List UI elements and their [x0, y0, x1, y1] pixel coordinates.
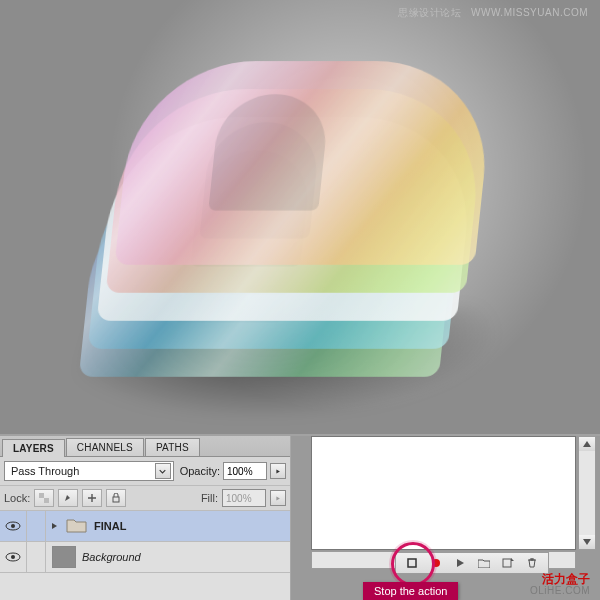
hero-art [79, 48, 514, 378]
hero-watermark: 思缘设计论坛 WWW.MISSYUAN.COM [398, 6, 588, 20]
folder-icon [478, 558, 490, 568]
hero-watermark-url: WWW.MISSYUAN.COM [471, 7, 588, 18]
blend-row: Pass Through Opacity: [0, 457, 290, 486]
new-action-button[interactable] [502, 557, 514, 569]
record-icon [431, 558, 441, 568]
opacity-input[interactable] [223, 462, 267, 480]
document-canvas[interactable] [311, 436, 576, 550]
stop-action-button[interactable] [406, 557, 418, 569]
svg-point-4 [11, 524, 15, 528]
blend-mode-select[interactable]: Pass Through [4, 461, 174, 481]
document-pane: Stop the action 活力盒子 OLiHE.COM [291, 436, 600, 600]
folder-icon [66, 516, 88, 536]
new-set-button[interactable] [478, 557, 490, 569]
play-icon [455, 558, 465, 568]
svg-point-6 [11, 555, 15, 559]
chevron-down-icon [155, 463, 171, 479]
fill-label: Fill: [201, 492, 218, 504]
svg-rect-2 [113, 497, 119, 502]
layers-panel: LAYERS CHANNELS PATHS Pass Through Opaci… [0, 436, 291, 600]
lock-all-button[interactable] [106, 489, 126, 507]
link-column [27, 542, 46, 572]
layer-group-final[interactable]: FINAL [0, 511, 290, 542]
panel-tabs: LAYERS CHANNELS PATHS [0, 436, 290, 457]
tab-paths[interactable]: PATHS [145, 438, 200, 456]
stop-icon [407, 558, 417, 568]
fill-flyout-icon [270, 490, 286, 506]
svg-rect-7 [408, 559, 416, 567]
lock-transparency-button[interactable] [34, 489, 54, 507]
layer-thumbnail [52, 546, 76, 568]
record-action-button[interactable] [430, 557, 442, 569]
delete-action-button[interactable] [526, 557, 538, 569]
layer-background[interactable]: Background [0, 542, 290, 573]
eye-icon [5, 552, 21, 562]
bottom-watermark-cn: 活力盒子 [542, 573, 590, 586]
svg-point-8 [432, 559, 440, 567]
visibility-toggle[interactable] [0, 511, 27, 541]
lower-split: LAYERS CHANNELS PATHS Pass Through Opaci… [0, 434, 600, 600]
callout-label: Stop the action [363, 582, 458, 600]
eye-icon [5, 521, 21, 531]
tab-channels[interactable]: CHANNELS [66, 438, 144, 456]
opacity-label: Opacity: [180, 465, 220, 477]
actions-toolbar [395, 552, 549, 574]
opacity-group: Opacity: [180, 462, 286, 480]
new-page-icon [502, 558, 514, 568]
bottom-watermark-en: OLiHE.COM [530, 586, 590, 597]
hero-watermark-cn: 思缘设计论坛 [398, 7, 461, 18]
svg-rect-1 [44, 498, 49, 503]
slab-layer-1 [115, 61, 496, 265]
play-action-button[interactable] [454, 557, 466, 569]
vertical-scrollbar[interactable] [578, 436, 596, 550]
layer-name: Background [82, 551, 141, 563]
blend-mode-value: Pass Through [11, 465, 79, 477]
hero-figure: 思缘设计论坛 WWW.MISSYUAN.COM [0, 0, 600, 434]
svg-rect-0 [39, 493, 44, 498]
scroll-up-icon[interactable] [579, 437, 595, 451]
scroll-down-icon[interactable] [579, 535, 595, 549]
tab-layers[interactable]: LAYERS [2, 439, 65, 457]
lock-label: Lock: [4, 492, 30, 504]
fill-input [222, 489, 266, 507]
visibility-toggle[interactable] [0, 542, 27, 572]
bottom-watermark: 活力盒子 OLiHE.COM [530, 573, 590, 596]
opacity-flyout-icon[interactable] [270, 463, 286, 479]
layer-name: FINAL [94, 520, 126, 532]
lock-row: Lock: Fill: [0, 486, 290, 511]
group-twisty[interactable] [50, 522, 60, 530]
svg-rect-9 [503, 559, 511, 567]
trash-icon [527, 558, 537, 568]
layer-list: FINAL Background [0, 511, 290, 600]
lock-pixels-button[interactable] [58, 489, 78, 507]
lock-position-button[interactable] [82, 489, 102, 507]
link-column [27, 511, 46, 541]
